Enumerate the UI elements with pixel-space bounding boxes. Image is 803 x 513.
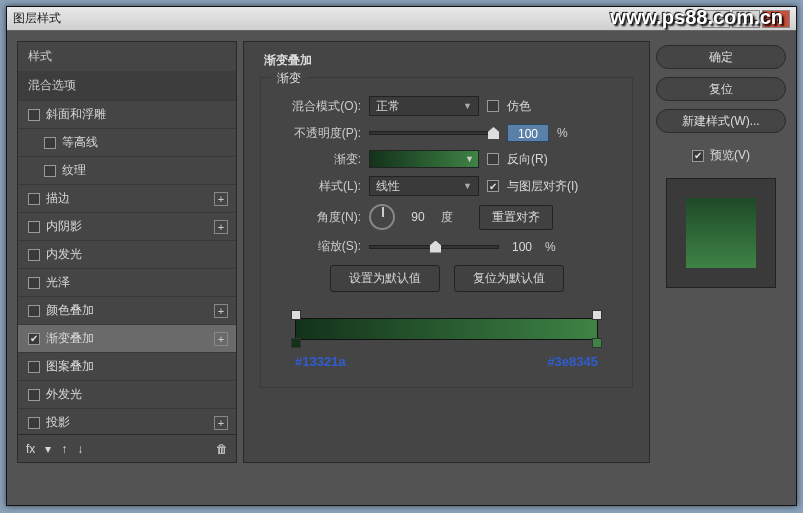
style-item-11[interactable]: 投影+: [18, 408, 236, 434]
chevron-down-icon[interactable]: ▾: [45, 442, 51, 456]
slider-thumb[interactable]: [430, 241, 441, 253]
sidebar-footer: fx ▾ ↑ ↓ 🗑: [18, 434, 236, 462]
trash-icon[interactable]: 🗑: [216, 442, 228, 456]
reverse-label: 反向(R): [507, 151, 548, 168]
blend-mode-select[interactable]: 正常▼: [369, 96, 479, 116]
style-label: 样式(L):: [275, 178, 361, 195]
opacity-stop-right[interactable]: [592, 310, 602, 320]
style-label: 颜色叠加: [46, 302, 94, 319]
style-checkbox[interactable]: [28, 389, 40, 401]
style-label: 纹理: [62, 162, 86, 179]
style-label: 等高线: [62, 134, 98, 151]
align-label: 与图层对齐(I): [507, 178, 578, 195]
reset-default-button[interactable]: 复位为默认值: [454, 265, 564, 292]
new-style-button[interactable]: 新建样式(W)...: [656, 109, 786, 133]
settings-panel: 渐变叠加 渐变 混合模式(O): 正常▼ 仿色 不透明度(P): 100 % 渐…: [243, 41, 650, 463]
style-checkbox[interactable]: [28, 417, 40, 429]
set-default-button[interactable]: 设置为默认值: [330, 265, 440, 292]
style-checkbox[interactable]: [28, 333, 40, 345]
hex-right: #3e8345: [547, 354, 598, 369]
preview-swatch: [666, 178, 776, 288]
section-title: 渐变叠加: [260, 52, 633, 69]
chevron-down-icon: ▼: [463, 101, 472, 111]
style-checkbox[interactable]: [28, 193, 40, 205]
preview-label: 预览(V): [710, 147, 750, 164]
arrow-up-icon[interactable]: ↑: [61, 442, 67, 456]
action-panel: 确定 复位 新建样式(W)... 预览(V): [656, 41, 786, 463]
style-checkbox[interactable]: [28, 305, 40, 317]
style-checkbox[interactable]: [28, 221, 40, 233]
add-effect-icon[interactable]: +: [214, 304, 228, 318]
opacity-stop-left[interactable]: [291, 310, 301, 320]
style-label: 斜面和浮雕: [46, 106, 106, 123]
style-label: 渐变叠加: [46, 330, 94, 347]
cancel-button[interactable]: 复位: [656, 77, 786, 101]
opacity-slider[interactable]: [369, 131, 499, 135]
style-item-0[interactable]: 斜面和浮雕: [18, 100, 236, 128]
hex-left: #13321a: [295, 354, 346, 369]
styles-header[interactable]: 样式: [18, 42, 236, 71]
align-checkbox[interactable]: [487, 180, 499, 192]
add-effect-icon[interactable]: +: [214, 332, 228, 346]
opacity-value[interactable]: 100: [507, 124, 549, 142]
style-label: 投影: [46, 414, 70, 431]
add-effect-icon[interactable]: +: [214, 192, 228, 206]
angle-dial[interactable]: [369, 204, 395, 230]
arrow-down-icon[interactable]: ↓: [77, 442, 83, 456]
reset-align-button[interactable]: 重置对齐: [479, 205, 553, 230]
color-stop-right[interactable]: [592, 338, 602, 348]
gradient-label: 渐变:: [275, 151, 361, 168]
add-effect-icon[interactable]: +: [214, 220, 228, 234]
style-label: 外发光: [46, 386, 82, 403]
blend-options[interactable]: 混合选项: [18, 71, 236, 100]
style-label: 内阴影: [46, 218, 82, 235]
ok-button[interactable]: 确定: [656, 45, 786, 69]
add-effect-icon[interactable]: +: [214, 416, 228, 430]
blend-mode-label: 混合模式(O):: [275, 98, 361, 115]
style-item-2[interactable]: 纹理: [18, 156, 236, 184]
gradient-editor[interactable]: [295, 318, 598, 340]
chevron-down-icon: ▼: [465, 154, 474, 164]
style-select[interactable]: 线性▼: [369, 176, 479, 196]
fieldset-legend: 渐变: [271, 70, 307, 87]
style-checkbox[interactable]: [44, 165, 56, 177]
chevron-down-icon: ▼: [463, 181, 472, 191]
style-item-7[interactable]: 颜色叠加+: [18, 296, 236, 324]
watermark: www.ps88.com.cn: [610, 6, 783, 29]
style-checkbox[interactable]: [44, 137, 56, 149]
style-label: 内发光: [46, 246, 82, 263]
preview-gradient: [686, 198, 756, 268]
style-label: 描边: [46, 190, 70, 207]
angle-label: 角度(N):: [275, 209, 361, 226]
gradient-picker[interactable]: ▼: [369, 150, 479, 168]
window-title: 图层样式: [13, 10, 61, 27]
dither-label: 仿色: [507, 98, 531, 115]
angle-value[interactable]: 90: [403, 210, 433, 224]
style-item-10[interactable]: 外发光: [18, 380, 236, 408]
style-label: 光泽: [46, 274, 70, 291]
fx-icon[interactable]: fx: [26, 442, 35, 456]
style-checkbox[interactable]: [28, 249, 40, 261]
reverse-checkbox[interactable]: [487, 153, 499, 165]
gradient-bar[interactable]: [295, 318, 598, 340]
opacity-label: 不透明度(P):: [275, 125, 361, 142]
style-item-8[interactable]: 渐变叠加+: [18, 324, 236, 352]
slider-thumb[interactable]: [488, 127, 499, 139]
style-item-6[interactable]: 光泽: [18, 268, 236, 296]
style-item-5[interactable]: 内发光: [18, 240, 236, 268]
style-checkbox[interactable]: [28, 109, 40, 121]
color-stop-left[interactable]: [291, 338, 301, 348]
style-label: 图案叠加: [46, 358, 94, 375]
style-item-9[interactable]: 图案叠加: [18, 352, 236, 380]
styles-sidebar: 样式 混合选项 斜面和浮雕等高线纹理描边+内阴影+内发光光泽颜色叠加+渐变叠加+…: [17, 41, 237, 463]
style-item-1[interactable]: 等高线: [18, 128, 236, 156]
style-item-4[interactable]: 内阴影+: [18, 212, 236, 240]
style-checkbox[interactable]: [28, 277, 40, 289]
dither-checkbox[interactable]: [487, 100, 499, 112]
preview-checkbox[interactable]: [692, 150, 704, 162]
style-checkbox[interactable]: [28, 361, 40, 373]
scale-label: 缩放(S):: [275, 238, 361, 255]
scale-value[interactable]: 100: [507, 240, 537, 254]
style-item-3[interactable]: 描边+: [18, 184, 236, 212]
scale-slider[interactable]: [369, 245, 499, 249]
